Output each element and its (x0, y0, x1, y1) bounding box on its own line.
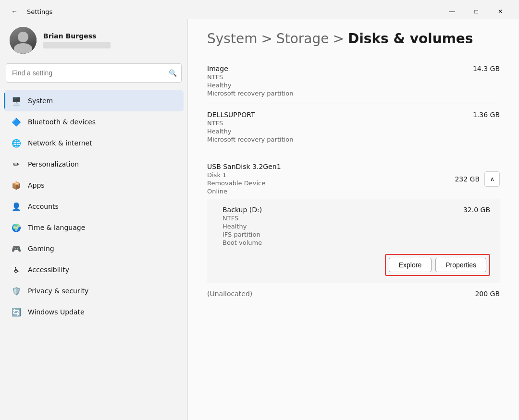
usb-status: Online (207, 188, 281, 195)
minimize-button[interactable]: — (441, 4, 463, 19)
sidebar-item-network[interactable]: 🌐 Network & internet (4, 132, 184, 154)
sidebar-item-gaming[interactable]: 🎮 Gaming (4, 238, 184, 259)
sidebar-item-accessibility[interactable]: ♿ Accessibility (4, 259, 184, 280)
sidebar-item-time[interactable]: 🌍 Time & language (4, 217, 184, 238)
partition-backup: Backup (D:) NTFS Healthy IFS partition B… (207, 199, 500, 283)
sidebar-item-label: System (28, 97, 53, 105)
action-buttons-container: Explore Properties (385, 254, 490, 276)
sidebar-item-label: Gaming (28, 245, 54, 252)
privacy-icon: 🛡️ (11, 285, 22, 297)
partition-name: DELLSUPPORT (207, 111, 255, 119)
back-button[interactable]: ← (8, 5, 21, 18)
partition-detail-3: Microsoft recovery partition (207, 90, 500, 97)
usb-title: USB SanDisk 3.2Gen1 (207, 163, 281, 170)
main-content: System > Storage > Disks & volumes Image… (187, 19, 519, 420)
user-name: Brian Burgess (43, 32, 111, 40)
usb-size: 232 GB (455, 175, 480, 183)
time-icon: 🌍 (11, 222, 22, 233)
user-email (43, 42, 111, 48)
sidebar-item-update[interactable]: 🔄 Windows Update (4, 301, 184, 323)
search-input[interactable] (6, 63, 182, 83)
accounts-icon: 👤 (11, 201, 22, 212)
partition-detail-2: Healthy (207, 82, 500, 89)
title-bar: ← Settings — □ ✕ (0, 0, 519, 19)
app-title: Settings (27, 8, 52, 15)
properties-button[interactable]: Properties (435, 258, 486, 272)
sidebar-item-label: Privacy & security (28, 287, 88, 295)
usb-disk-label: Disk 1 (207, 171, 281, 179)
partition-name: Backup (D:) (222, 206, 262, 214)
network-icon: 🌐 (11, 137, 22, 149)
sidebar-item-accounts[interactable]: 👤 Accounts (4, 196, 184, 217)
partition-dellsupport: DELLSUPPORT 1.36 GB NTFS Healthy Microso… (207, 104, 500, 150)
sidebar-item-label: Windows Update (28, 308, 85, 316)
user-section: Brian Burgess (4, 19, 184, 63)
breadcrumb-storage: Storage (276, 31, 329, 47)
sidebar-item-label: Accessibility (28, 266, 69, 274)
sidebar: Brian Burgess 🔍 🖥️ System 🔷 Bluetooth & … (0, 19, 187, 420)
partition-header: Backup (D:) NTFS Healthy IFS partition B… (222, 206, 490, 246)
sidebar-item-privacy[interactable]: 🛡️ Privacy & security (4, 280, 184, 301)
sidebar-item-personalization[interactable]: ✏️ Personalization (4, 154, 184, 175)
bluetooth-icon: 🔷 (11, 116, 22, 128)
sidebar-item-bluetooth[interactable]: 🔷 Bluetooth & devices (4, 111, 184, 132)
update-icon: 🔄 (11, 306, 22, 318)
user-info: Brian Burgess (43, 32, 111, 48)
partition-left: Backup (D:) NTFS Healthy IFS partition B… (222, 206, 262, 246)
sidebar-item-system[interactable]: 🖥️ System (4, 90, 184, 111)
unallocated-size: 200 GB (475, 290, 500, 298)
breadcrumb: System > Storage > Disks & volumes (207, 31, 500, 47)
explore-button[interactable]: Explore (389, 258, 432, 272)
expand-collapse-button[interactable]: ∧ (484, 171, 500, 187)
breadcrumb-system: System (207, 31, 257, 47)
nav-list: 🖥️ System 🔷 Bluetooth & devices 🌐 Networ… (4, 90, 184, 323)
usb-header: USB SanDisk 3.2Gen1 Disk 1 Removable Dev… (207, 156, 500, 199)
partition-detail-1: NTFS (207, 73, 500, 81)
sidebar-item-label: Accounts (28, 203, 59, 210)
usb-type: Removable Device (207, 180, 281, 187)
usb-disk-section: USB SanDisk 3.2Gen1 Disk 1 Removable Dev… (207, 156, 500, 304)
unallocated-row: (Unallocated) 200 GB (207, 283, 500, 304)
partition-size: 1.36 GB (473, 111, 500, 119)
sidebar-item-label: Time & language (28, 224, 85, 231)
unallocated-label: (Unallocated) (207, 290, 252, 298)
close-button[interactable]: ✕ (489, 4, 511, 19)
partition-name: Image (207, 65, 228, 72)
accessibility-icon: ♿ (11, 264, 22, 276)
maximize-button[interactable]: □ (465, 4, 487, 19)
sidebar-item-label: Bluetooth & devices (28, 118, 96, 126)
system-icon: 🖥️ (11, 95, 22, 107)
avatar (10, 27, 37, 54)
personalization-icon: ✏️ (11, 158, 22, 170)
partition-size: 32.0 GB (463, 206, 490, 214)
sidebar-item-apps[interactable]: 📦 Apps (4, 175, 184, 196)
partition-image: Image 14.3 GB NTFS Healthy Microsoft rec… (207, 58, 500, 104)
gaming-icon: 🎮 (11, 243, 22, 254)
search-box: 🔍 (6, 63, 182, 83)
sidebar-item-label: Apps (28, 181, 45, 189)
partition-size: 14.3 GB (473, 65, 500, 72)
page-title: Disks & volumes (348, 31, 473, 47)
usb-right: 232 GB ∧ (455, 171, 500, 187)
apps-icon: 📦 (11, 180, 22, 191)
sidebar-item-label: Network & internet (28, 139, 92, 147)
search-icon: 🔍 (169, 69, 177, 77)
window-controls: — □ ✕ (441, 4, 511, 19)
sidebar-item-label: Personalization (28, 160, 79, 168)
